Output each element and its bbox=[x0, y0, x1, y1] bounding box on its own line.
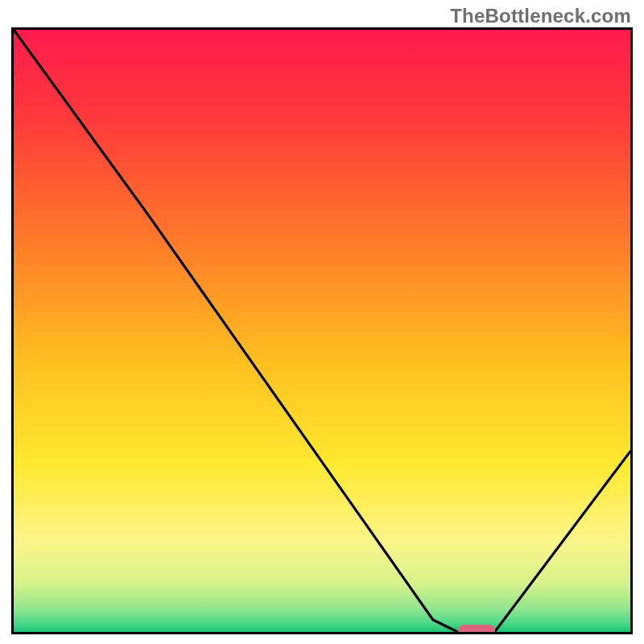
minimum-marker bbox=[458, 625, 495, 634]
plot-svg bbox=[14, 30, 630, 632]
gradient-rect bbox=[14, 30, 630, 632]
watermark-text: TheBottleneck.com bbox=[450, 5, 631, 27]
chart-frame: TheBottleneck.com bbox=[0, 0, 644, 644]
plot-area bbox=[11, 27, 633, 634]
